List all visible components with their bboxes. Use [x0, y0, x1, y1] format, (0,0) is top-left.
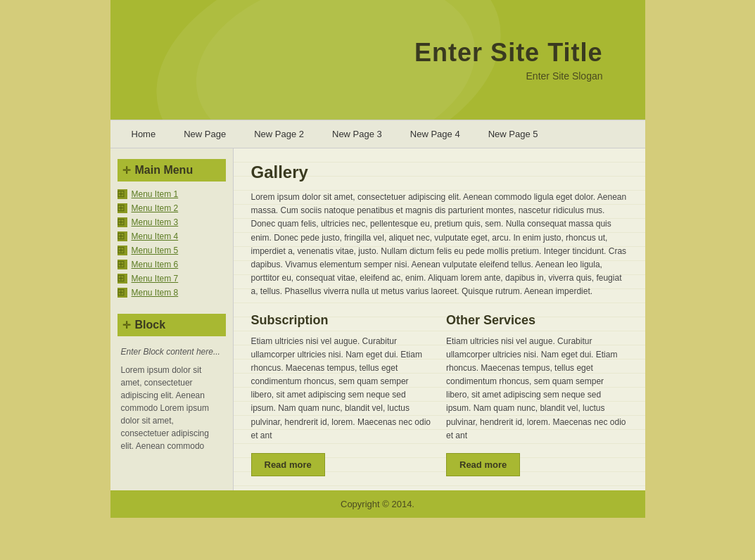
menu-link-4[interactable]: Menu Item 4 [132, 231, 179, 241]
move-icon-block: ✛ [122, 319, 131, 331]
nav-link-new-page-5[interactable]: New Page 5 [474, 120, 552, 148]
block-enter-text: Enter Block content here... [121, 345, 222, 358]
subscription-section: Subscription Etiam ultricies nisi vel au… [251, 313, 433, 477]
menu-link-5[interactable]: Menu Item 5 [132, 246, 179, 255]
menu-item-1[interactable]: Menu Item 1 [118, 187, 226, 201]
subscription-text: Etiam ultricies nisi vel augue. Curabitu… [251, 335, 433, 443]
menu-link-8[interactable]: Menu Item 8 [132, 288, 179, 298]
nav-item-new-page[interactable]: New Page [170, 120, 240, 148]
navigation: Home New Page New Page 2 New Page 3 New … [110, 120, 645, 148]
nav-item-new-page-2[interactable]: New Page 2 [240, 120, 318, 148]
grid-icon-6 [118, 260, 127, 269]
subscription-title: Subscription [251, 313, 433, 328]
footer-text: Copyright © 2014. [341, 499, 414, 509]
block-title: ✛ Block [118, 314, 226, 336]
nav-item-new-page-5[interactable]: New Page 5 [474, 120, 552, 148]
nav-item-new-page-3[interactable]: New Page 3 [318, 120, 396, 148]
other-services-title: Other Services [446, 313, 628, 328]
main-content: Gallery Lorem ipsum dolor sit amet, cons… [234, 148, 645, 490]
menu-item-4[interactable]: Menu Item 4 [118, 229, 226, 243]
two-column-section: Subscription Etiam ultricies nisi vel au… [251, 313, 628, 477]
subscription-read-more-button[interactable]: Read more [251, 453, 325, 476]
site-title: Enter Site Title [414, 38, 602, 68]
grid-icon-5 [118, 246, 127, 255]
nav-link-home[interactable]: Home [118, 120, 170, 148]
menu-item-5[interactable]: Menu Item 5 [118, 243, 226, 257]
content-area: ✛ Main Menu Menu Item 1 Menu Item 2 Menu… [110, 148, 645, 490]
menu-item-7[interactable]: Menu Item 7 [118, 272, 226, 286]
menu-item-8[interactable]: Menu Item 8 [118, 286, 226, 300]
menu-item-6[interactable]: Menu Item 6 [118, 257, 226, 272]
nav-link-new-page-4[interactable]: New Page 4 [396, 120, 474, 148]
grid-icon-4 [118, 231, 127, 241]
grid-icon-3 [118, 217, 127, 227]
block-body-text: Lorem ipsum dolor sit amet, consectetuer… [121, 364, 222, 452]
nav-link-new-page-2[interactable]: New Page 2 [240, 120, 318, 148]
grid-icon-1 [118, 189, 127, 199]
nav-link-new-page-3[interactable]: New Page 3 [318, 120, 396, 148]
grid-icon-2 [118, 203, 127, 213]
gallery-text: Lorem ipsum dolor sit amet, consectetuer… [251, 191, 628, 299]
nav-list: Home New Page New Page 2 New Page 3 New … [110, 120, 645, 148]
other-services-text: Etiam ultricies nisi vel augue. Curabitu… [446, 335, 628, 443]
menu-link-3[interactable]: Menu Item 3 [132, 217, 179, 227]
block-content: Enter Block content here... Lorem ipsum … [118, 342, 226, 462]
menu-link-1[interactable]: Menu Item 1 [132, 189, 179, 199]
grid-icon-7 [118, 274, 127, 284]
menu-item-2[interactable]: Menu Item 2 [118, 201, 226, 215]
move-icon: ✛ [122, 165, 131, 176]
menu-link-2[interactable]: Menu Item 2 [132, 203, 179, 213]
other-services-read-more-button[interactable]: Read more [446, 453, 520, 476]
menu-link-6[interactable]: Menu Item 6 [132, 260, 179, 269]
site-header: Enter Site Title Enter Site Slogan [110, 0, 645, 120]
main-menu-title: ✛ Main Menu [118, 159, 226, 182]
other-services-section: Other Services Etiam ultricies nisi vel … [446, 313, 628, 477]
grid-icon-8 [118, 288, 127, 298]
nav-link-new-page[interactable]: New Page [170, 120, 240, 148]
gallery-title: Gallery [251, 163, 628, 182]
menu-link-7[interactable]: Menu Item 7 [132, 274, 179, 284]
menu-item-3[interactable]: Menu Item 3 [118, 215, 226, 229]
nav-item-home[interactable]: Home [118, 120, 170, 148]
site-slogan: Enter Site Slogan [526, 70, 603, 82]
main-menu-list: Menu Item 1 Menu Item 2 Menu Item 3 Menu… [118, 187, 226, 300]
nav-item-new-page-4[interactable]: New Page 4 [396, 120, 474, 148]
site-footer: Copyright © 2014. [110, 490, 645, 518]
sidebar: ✛ Main Menu Menu Item 1 Menu Item 2 Menu… [110, 148, 234, 490]
